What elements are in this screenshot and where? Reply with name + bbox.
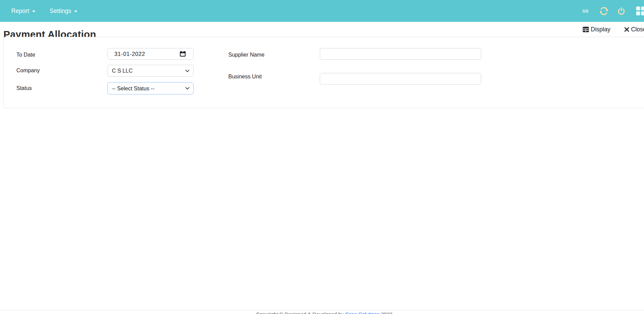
close-icon <box>624 27 629 32</box>
company-label: Company <box>16 68 40 74</box>
refresh-button[interactable] <box>599 0 609 22</box>
display-button[interactable]: Display <box>583 26 610 33</box>
user-menu[interactable]: sa <box>582 0 588 22</box>
username-label: sa <box>582 8 588 14</box>
close-button[interactable]: Close <box>624 26 644 33</box>
company-select[interactable]: C S LLC <box>108 65 194 77</box>
topbar: Report Settings sa <box>0 0 644 22</box>
calendar-icon[interactable] <box>180 51 186 58</box>
copyright-prefix: Copyright © Designed & Developed by <box>256 311 344 314</box>
logout-button[interactable] <box>617 0 626 22</box>
menu-report[interactable]: Report <box>11 8 35 15</box>
display-label: Display <box>591 26 610 33</box>
power-icon <box>617 7 626 15</box>
status-select[interactable]: -- Select Status -- <box>108 82 194 94</box>
copyright-year: 2022 <box>381 311 392 314</box>
apps-grid-icon <box>636 6 644 15</box>
business-unit-input[interactable] <box>320 73 481 85</box>
developer-link[interactable]: Casa Solutions <box>345 311 380 314</box>
menu-report-label: Report <box>11 8 29 15</box>
apps-menu-button[interactable] <box>636 0 644 22</box>
menu-settings-label: Settings <box>50 8 71 15</box>
supplier-name-input[interactable] <box>320 48 481 60</box>
footer: Copyright © Designed & Developed by Casa… <box>0 310 644 314</box>
supplier-name-label: Supplier Name <box>228 52 264 58</box>
menu-settings[interactable]: Settings <box>50 8 77 15</box>
company-field: C S LLC <box>108 65 194 77</box>
main-nav: Report Settings <box>11 0 77 22</box>
filter-panel: To Date Company C S LLC Status -- Select… <box>3 37 644 108</box>
chevron-down-icon <box>32 11 35 12</box>
status-field: -- Select Status -- <box>108 82 194 94</box>
table-icon <box>583 27 589 32</box>
copyright-text: Copyright © Designed & Developed by Casa… <box>0 311 644 314</box>
refresh-icon <box>599 6 609 16</box>
to-date-field <box>108 48 194 60</box>
to-date-label: To Date <box>16 52 35 58</box>
close-label: Close <box>631 26 644 33</box>
status-label: Status <box>16 85 32 91</box>
chevron-down-icon <box>74 11 77 12</box>
business-unit-label: Business Unit <box>228 74 262 80</box>
